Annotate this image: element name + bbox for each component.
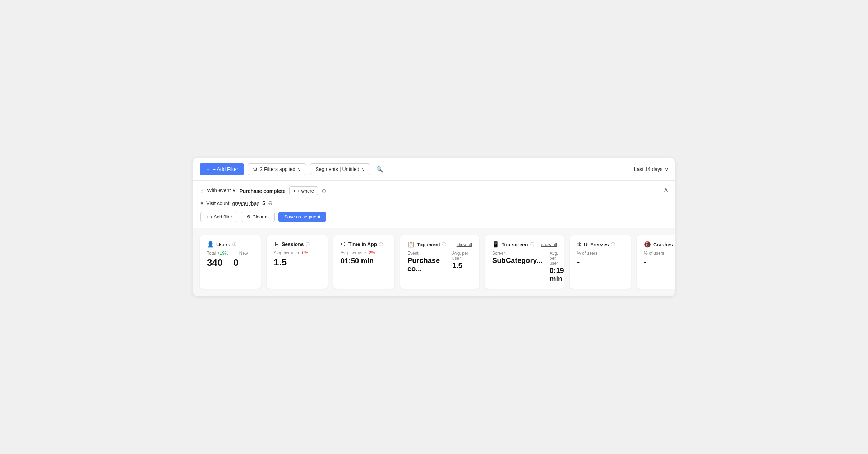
remove-event-filter-button[interactable]: ⊖ <box>322 187 326 194</box>
users-new-value: 0 <box>233 257 238 268</box>
event-name: Purchase complete <box>239 188 285 194</box>
top-event-info-icon[interactable]: ⓘ <box>442 242 446 247</box>
filter-panel: ∧ ≡ With event ∨ Purchase complete + + w… <box>193 181 675 228</box>
filter-actions: + + Add filter ⚙ Clear all Save as segme… <box>200 212 668 222</box>
crashes-title: Crashes <box>653 242 673 247</box>
plus-icon: ＋ <box>206 166 211 172</box>
ui-freezes-sub-row: % of users <box>577 251 624 256</box>
avg-col-label: Avg. per user <box>452 251 472 261</box>
users-new-label: New <box>239 251 248 256</box>
metric-header-ui-freezes: ❄ UI Freezes ⓘ <box>577 241 624 248</box>
plus-icon-where: + <box>293 188 296 194</box>
top-event-event-value: Purchase co... <box>407 256 445 273</box>
users-total-value: 340 <box>207 257 222 268</box>
time-value: 01:50 min <box>341 257 374 265</box>
metric-card-top-screen: 📱 Top screen ⓘ show all Screen SubCatego… <box>485 235 564 289</box>
remove-visit-filter-button[interactable]: ⊖ <box>268 200 273 207</box>
metric-card-crashes: 📵 Crashes ⓘ % of users - <box>637 235 675 289</box>
time-title: Time in App <box>348 241 377 247</box>
users-title: Users <box>216 242 230 247</box>
segments-button[interactable]: Segments | Untitled ∨ <box>310 163 370 175</box>
filters-applied-button[interactable]: ⚙ 2 Filters applied ∨ <box>248 163 306 175</box>
add-filter-sm-button[interactable]: + + Add filter <box>200 212 237 222</box>
chevron-down-icon: ∨ <box>297 166 301 172</box>
users-sub-row: Total +19% New <box>207 251 254 256</box>
search-button[interactable]: 🔍 <box>374 164 385 175</box>
sessions-avg-label: Avg. per user -0% <box>274 250 308 255</box>
clear-all-button[interactable]: ⚙ Clear all <box>241 212 275 222</box>
metric-card-ui-freezes: ❄ UI Freezes ⓘ % of users - <box>570 235 631 289</box>
users-total-change: +19% <box>217 251 228 256</box>
circle-minus-icon: ⊖ <box>322 187 326 194</box>
visit-count-condition[interactable]: greater than <box>232 200 260 206</box>
screen-avg-col-label: Avg. per user <box>550 251 564 266</box>
time-value-row: 01:50 min <box>341 257 387 265</box>
add-filter-label: + Add Filter <box>213 166 238 172</box>
users-total-label: Total +19% <box>207 251 228 256</box>
main-container: ＋ + Add Filter ⚙ 2 Filters applied ∨ Seg… <box>193 158 675 296</box>
segments-label: Segments | Untitled <box>315 166 359 172</box>
top-screen-icon: 📱 <box>492 241 499 248</box>
top-event-avg-value: 1.5 <box>452 261 472 270</box>
save-segment-button[interactable]: Save as segment <box>278 212 326 222</box>
where-label: + where <box>297 188 314 194</box>
metric-card-users: 👤 Users ⓘ Total +19% New 340 0 <box>200 235 261 289</box>
clear-all-label: Clear all <box>252 214 269 219</box>
top-event-icon: 📋 <box>407 241 415 248</box>
metric-card-time-in-app: ⏱ Time in App ⓘ Avg. per user -2% 01:50 … <box>333 235 394 289</box>
metrics-section: 👤 Users ⓘ Total +19% New 340 0 🖥 Session… <box>193 228 675 296</box>
with-event-filter[interactable]: With event ∨ <box>207 187 236 194</box>
crashes-icon: 📵 <box>644 241 651 248</box>
sessions-value-row: 1.5 <box>274 257 320 268</box>
event-col-label: Event <box>407 251 445 256</box>
metric-header-crashes: 📵 Crashes ⓘ <box>644 241 675 248</box>
filter-clear-icon: ⚙ <box>246 214 251 219</box>
time-icon: ⏱ <box>341 241 346 247</box>
top-event-event-col: Event Purchase co... <box>407 251 445 273</box>
top-screen-show-all[interactable]: show all <box>541 242 557 247</box>
plus-icon-sm: + <box>206 214 209 219</box>
sessions-change: -0% <box>300 250 308 255</box>
ui-freezes-label: % of users <box>577 251 597 256</box>
top-screen-avg-value: 0:19 min <box>550 267 564 283</box>
sessions-icon: 🖥 <box>274 241 280 247</box>
metric-card-top-event: 📋 Top event ⓘ show all Event Purchase co… <box>400 235 479 289</box>
sessions-info-icon[interactable]: ⓘ <box>306 242 310 247</box>
crashes-value: - <box>644 257 646 267</box>
top-screen-avg-col: Avg. per user 0:19 min <box>550 251 564 283</box>
add-filter-button[interactable]: ＋ + Add Filter <box>200 163 244 175</box>
save-segment-label: Save as segment <box>284 214 320 219</box>
crashes-value-row: - <box>644 257 675 267</box>
time-info-icon[interactable]: ⓘ <box>379 242 383 247</box>
top-screen-screen-value: SubCategory... <box>492 256 542 265</box>
top-screen-info-icon[interactable]: ⓘ <box>530 242 534 247</box>
ui-freezes-title: UI Freezes <box>584 242 609 247</box>
date-range-button[interactable]: Last 14 days ∨ <box>634 166 668 172</box>
chevron-down-icon-4: ∨ <box>232 187 236 193</box>
add-filter-sm-label: + Add filter <box>210 214 232 219</box>
crashes-sub-row: % of users <box>644 251 675 256</box>
sessions-value: 1.5 <box>274 257 287 268</box>
filter-row-event: ≡ With event ∨ Purchase complete + + whe… <box>200 186 668 195</box>
sessions-sub-row: Avg. per user -0% <box>274 250 320 255</box>
screen-col-label: Screen <box>492 251 542 256</box>
ui-freezes-info-icon[interactable]: ⓘ <box>611 242 615 247</box>
collapse-button[interactable]: ∧ <box>664 186 668 194</box>
time-sub-row: Avg. per user -2% <box>341 250 387 255</box>
chevron-down-icon-2: ∨ <box>361 166 365 172</box>
filter-row-visit-count: ≡ Visit count greater than 5 ⊖ <box>200 200 668 207</box>
filter-lines-icon: ≡ <box>200 188 203 194</box>
top-event-show-all[interactable]: show all <box>457 242 472 247</box>
metric-header-time: ⏱ Time in App ⓘ <box>341 241 387 247</box>
users-icon: 👤 <box>207 241 214 248</box>
with-event-label: With event <box>207 187 231 193</box>
users-info-icon[interactable]: ⓘ <box>232 242 236 247</box>
date-range-label: Last 14 days <box>634 166 662 172</box>
time-change: -2% <box>367 250 375 255</box>
where-button[interactable]: + + where <box>289 186 318 195</box>
ui-freezes-icon: ❄ <box>577 241 582 248</box>
top-screen-screen-col: Screen SubCategory... <box>492 251 542 283</box>
filters-applied-label: 2 Filters applied <box>260 166 295 172</box>
visit-count-value: 5 <box>262 200 265 206</box>
metric-card-sessions: 🖥 Sessions ⓘ Avg. per user -0% 1.5 <box>267 235 328 289</box>
